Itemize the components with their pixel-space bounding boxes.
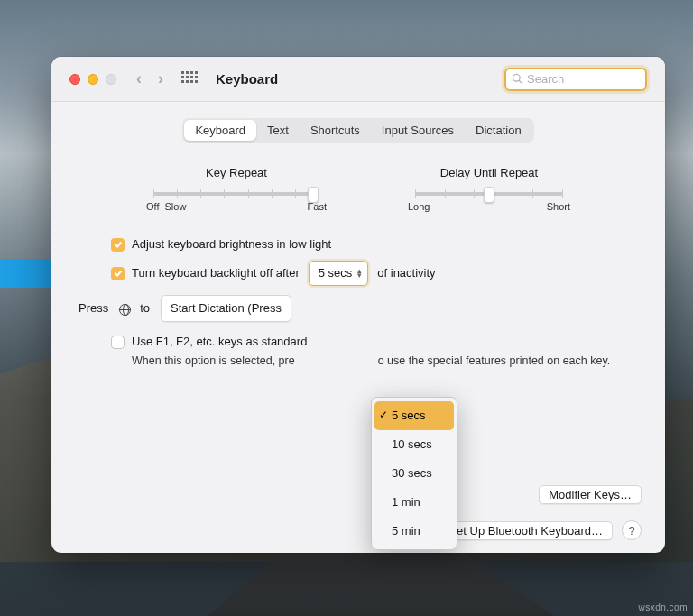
zoom-window-button[interactable] [106, 74, 116, 85]
watermark-text: wsxdn.com [638, 602, 688, 612]
backlight-timeout-dropdown[interactable]: 5 secs ▴▾ [309, 261, 369, 286]
nav-back-button[interactable]: ‹ [136, 69, 142, 88]
dictation-action-dropdown[interactable]: Start Dictation (Press [161, 295, 291, 322]
search-placeholder: Search [527, 72, 564, 86]
delay-slider[interactable] [415, 192, 563, 196]
minimize-window-button[interactable] [88, 74, 98, 85]
key-repeat-slider[interactable] [153, 192, 319, 196]
press-label-suffix: to [140, 298, 150, 319]
window-title: Keyboard [216, 71, 278, 87]
traffic-lights [69, 74, 116, 85]
globe-icon [119, 304, 131, 316]
tab-input-sources[interactable]: Input Sources [371, 120, 465, 141]
close-window-button[interactable] [69, 74, 80, 85]
menu-item-5-secs[interactable]: 5 secs [374, 401, 454, 430]
fkeys-help-text: When this option is selected, preo use t… [132, 353, 619, 370]
fkeys-label: Use F1, F2, etc. keys as standard [132, 331, 307, 353]
brightness-label: Adjust keyboard brightness in low light [132, 234, 331, 255]
menu-item-1-min[interactable]: 1 min [372, 488, 457, 517]
tab-shortcuts[interactable]: Shortcuts [300, 120, 371, 141]
show-all-prefs-button[interactable] [181, 71, 198, 87]
menu-item-30-secs[interactable]: 30 secs [372, 459, 457, 488]
backlight-label-suffix: of inactivity [377, 262, 435, 284]
modifier-keys-button[interactable]: Modifier Keys… [539, 485, 642, 504]
backlight-timeout-value: 5 secs [319, 262, 353, 284]
delay-slider-block: Delay Until Repeat Long Short [408, 166, 570, 212]
tab-dictation[interactable]: Dictation [465, 120, 532, 141]
delay-label-long: Long [408, 201, 430, 212]
fkeys-checkbox[interactable] [111, 336, 125, 349]
tab-bar: Keyboard Text Shortcuts Input Sources Di… [182, 118, 533, 143]
tab-text[interactable]: Text [256, 120, 300, 141]
delay-title: Delay Until Repeat [408, 166, 570, 179]
backlight-timeout-menu: 5 secs 10 secs 30 secs 1 min 5 min [371, 397, 457, 550]
dictation-action-value: Start Dictation (Press [171, 298, 282, 319]
key-repeat-title: Key Repeat [146, 166, 327, 179]
search-icon [512, 73, 523, 85]
bluetooth-keyboard-button[interactable]: Set Up Bluetooth Keyboard… [439, 521, 613, 540]
delay-label-short: Short [547, 201, 570, 212]
key-repeat-knob[interactable] [308, 187, 319, 203]
help-button[interactable]: ? [622, 520, 642, 540]
preferences-window: ‹ › Keyboard Search Keyboard Text Shortc… [51, 57, 665, 553]
backlight-label-prefix: Turn keyboard backlight off after [132, 262, 300, 284]
press-label-prefix: Press [79, 298, 108, 319]
menu-item-10-secs[interactable]: 10 secs [372, 430, 457, 459]
backlight-checkbox[interactable] [111, 267, 125, 280]
delay-knob[interactable] [484, 187, 494, 203]
search-field[interactable]: Search [504, 68, 647, 91]
key-repeat-label-off: Off [146, 201, 159, 212]
key-repeat-label-slow: Slow [164, 201, 186, 212]
window-titlebar: ‹ › Keyboard Search [51, 57, 665, 102]
nav-forward-button[interactable]: › [158, 69, 163, 88]
menu-item-5-min[interactable]: 5 min [372, 517, 457, 546]
key-repeat-slider-block: Key Repeat Off Slow Fast [146, 166, 327, 212]
brightness-checkbox[interactable] [111, 238, 125, 252]
tab-keyboard[interactable]: Keyboard [184, 120, 256, 141]
chevron-updown-icon: ▴▾ [357, 269, 362, 279]
